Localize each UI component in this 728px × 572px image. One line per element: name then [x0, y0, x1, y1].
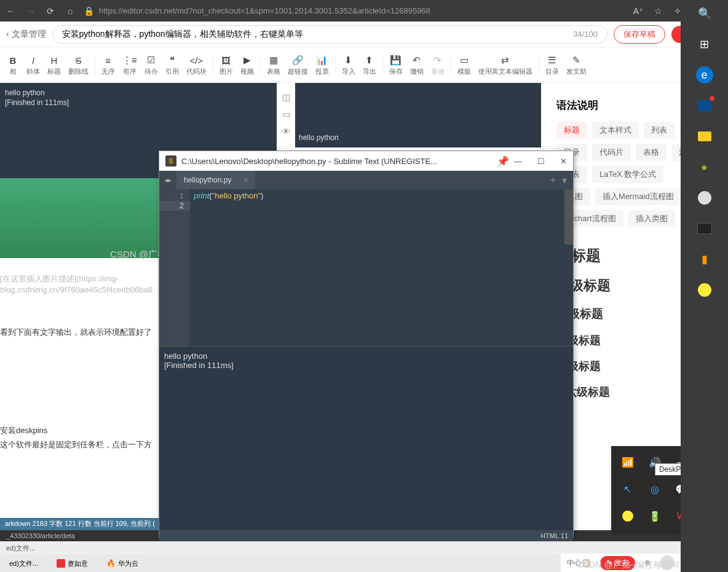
tray-wifi-icon[interactable]: 📶	[621, 455, 635, 469]
tool-strike[interactable]: S删除线	[65, 52, 92, 78]
tool-export[interactable]: ⬆导出	[359, 52, 380, 78]
back-icon[interactable]: ←	[5, 5, 17, 17]
tool-save[interactable]: 💾保存	[386, 52, 406, 78]
markdown-status-bar[interactable]: arkdown 2183 字数 121 行数 当前行 109, 当前列 (	[0, 518, 160, 530]
tool-code[interactable]: </>代码块	[183, 52, 210, 78]
sublime-titlebar[interactable]: S C:\Users\Lenovo\Desktop\hellopython.py…	[159, 151, 573, 171]
tab-huawei[interactable]: 🔥华为云	[100, 559, 144, 568]
tray-scan-icon[interactable]: ◎	[648, 482, 662, 496]
qq-music-icon[interactable]	[696, 281, 713, 299]
forward-icon: →	[25, 5, 37, 17]
line-gutter: 1 2	[159, 189, 190, 346]
sublime-icon[interactable]: ▮	[696, 251, 713, 268]
tool-video[interactable]: ▶视频	[237, 52, 258, 78]
tool-link[interactable]: 🔗超链接	[284, 52, 312, 78]
tool-assistant[interactable]: ✎发文助	[563, 52, 590, 78]
minimize-icon[interactable]: —	[514, 157, 522, 166]
tray-battery-icon[interactable]: 🔋	[648, 509, 662, 523]
sublime-title-text: C:\Users\Lenovo\Desktop\hellopython.py -…	[181, 157, 492, 166]
explorer-icon[interactable]	[696, 128, 713, 145]
tray-cursor-icon[interactable]: ↖	[621, 482, 635, 496]
browser-bar: ← → ⟳ ⌂ 🔒 https://editor.csdn.net/md?not…	[0, 0, 728, 22]
sublime-statusbar[interactable]: HTML 11	[159, 530, 573, 541]
tool-italic[interactable]: I斜体	[23, 52, 44, 78]
tool-quote[interactable]: ❝引用	[162, 52, 183, 78]
code-content[interactable]: print("hello python")	[190, 189, 573, 346]
app-icon-1[interactable]	[696, 189, 713, 206]
article-title-container: 34/100	[52, 25, 607, 44]
tab-app-1[interactable]: 赛如意	[50, 559, 94, 568]
lock-icon: 🔒	[84, 6, 94, 16]
tool-table[interactable]: ▦表格	[263, 52, 284, 78]
csdn-watermark-2: CSDN @广都--编程每日问	[577, 560, 679, 571]
syntax-tag-list[interactable]: 列表	[644, 122, 675, 139]
tool-toc[interactable]: ☰目录	[542, 52, 563, 78]
tool-todo[interactable]: ☑待办	[141, 52, 162, 78]
maximize-icon[interactable]: ☐	[537, 157, 545, 166]
editor-toolbar: B粗 I斜体 H标题 S删除线 ≡无序 ⋮≡有序 ☑待办 ❝引用 </>代码块 …	[0, 47, 728, 83]
edge-sidebar: 🔍 ⊞ e ● ▮	[681, 0, 728, 572]
sublime-file-tab[interactable]: hellopython.py ×	[176, 171, 255, 189]
reader-icon[interactable]: A⁺	[632, 5, 644, 17]
syntax-tag-mermaid[interactable]: 插入Mermaid流程图	[595, 188, 681, 205]
tool-richtext[interactable]: ⇄使用富文本编辑器	[475, 52, 536, 78]
preview-embedded-output: hello python	[295, 83, 541, 147]
sublime-editor-area[interactable]: 1 2 print("hello python")	[159, 189, 573, 346]
syntax-tag-latex[interactable]: LaTeX 数学公式	[592, 166, 663, 183]
home-icon[interactable]: ⌂	[64, 5, 76, 17]
syntax-tag-table[interactable]: 表格	[636, 144, 667, 161]
new-tab-icon[interactable]: +	[550, 174, 556, 186]
favorite-icon[interactable]: ☆	[652, 5, 664, 17]
url-bar[interactable]: 🔒 https://editor.csdn.net/md?not_checkou…	[84, 6, 625, 16]
tray-music-icon[interactable]	[621, 509, 635, 523]
collections-icon[interactable]: ⊞	[696, 36, 713, 53]
tool-bold[interactable]: B粗	[3, 52, 23, 78]
editor-header: ‹ 文章管理 34/100 保存草稿 发布文章	[0, 22, 728, 47]
sublime-app-icon: S	[165, 155, 176, 167]
close-icon[interactable]: ✕	[560, 157, 567, 166]
search-icon[interactable]: 🔍	[696, 5, 713, 22]
tool-ol[interactable]: ⋮≡有序	[119, 52, 141, 78]
view-split-icon[interactable]: ◫	[282, 92, 290, 102]
tab-file-2[interactable]: ed)文件...	[3, 559, 44, 568]
syntax-tag-text[interactable]: 文本样式	[592, 122, 639, 139]
tab-close-icon[interactable]: ×	[243, 176, 248, 184]
editor-scrollbar[interactable]	[564, 189, 573, 245]
tool-import[interactable]: ⬇导入	[338, 52, 359, 78]
syntax-tag-class[interactable]: 插入类图	[628, 210, 675, 227]
tool-vote[interactable]: 📊投票	[312, 52, 333, 78]
edge-icon[interactable]: e	[696, 66, 713, 84]
tab-file-1[interactable]: ed)文件...	[0, 544, 41, 553]
pin-icon[interactable]: 📌	[497, 155, 509, 167]
sublime-text-window[interactable]: S C:\Users\Lenovo\Desktop\hellopython.py…	[159, 151, 574, 538]
view-preview-icon[interactable]: 👁	[282, 127, 290, 136]
refresh-icon[interactable]: ⟳	[44, 5, 57, 17]
wechat-icon[interactable]: ●	[696, 159, 713, 176]
tool-redo[interactable]: ↷重做	[427, 52, 448, 78]
tab-menu-icon[interactable]: ▾	[562, 174, 567, 186]
view-side-icon[interactable]: ▭	[282, 109, 290, 119]
article-title-input[interactable]	[62, 26, 574, 42]
sublime-build-output[interactable]: hello python [Finished in 111ms]	[159, 346, 573, 530]
terminal-icon[interactable]	[696, 220, 713, 237]
tool-heading[interactable]: H标题	[44, 52, 65, 78]
tool-template[interactable]: ▭模版	[454, 52, 475, 78]
tool-image[interactable]: 🖼图片	[216, 52, 237, 78]
url-text: https://editor.csdn.net/md?not_checkout=…	[99, 6, 430, 15]
back-to-articles[interactable]: ‹ 文章管理	[6, 29, 46, 40]
tool-undo[interactable]: ↶撤销	[406, 52, 427, 78]
syntax-tag-heading[interactable]: 标题	[556, 122, 587, 139]
title-counter: 34/100	[573, 29, 598, 39]
sublime-tab-bar: ◂▸ hellopython.py × + ▾	[159, 171, 573, 189]
syntax-tag-code[interactable]: 代码片	[592, 144, 631, 161]
store-icon[interactable]	[696, 97, 713, 114]
tool-ul[interactable]: ≡无序	[98, 52, 119, 78]
save-draft-button[interactable]: 保存草稿	[614, 25, 665, 44]
tab-nav-arrows[interactable]: ◂▸	[159, 176, 176, 184]
